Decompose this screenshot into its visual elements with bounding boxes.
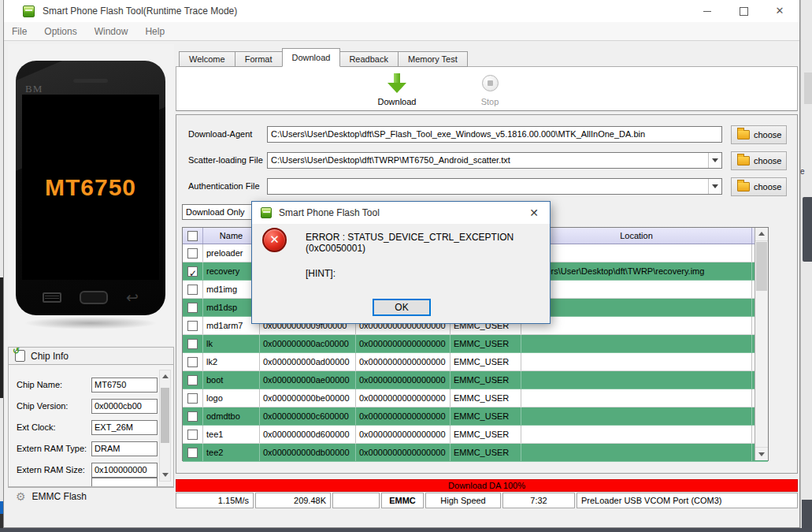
minimize-button[interactable]: [702, 6, 713, 17]
table-row[interactable]: odmdtbo0x000000000c6000000x0000000000000…: [183, 407, 768, 426]
cell-location: [521, 244, 752, 262]
cell-name: logo: [203, 389, 260, 407]
chip-field-value[interactable]: EXT_26M: [91, 420, 158, 435]
row-checkbox-cell[interactable]: [183, 389, 203, 407]
scroll-up-button[interactable]: [755, 228, 768, 241]
choose-button[interactable]: choose: [731, 125, 787, 144]
chip-field-value[interactable]: MT6750: [91, 378, 158, 392]
row-checkbox[interactable]: [187, 430, 198, 440]
row-checkbox[interactable]: [187, 303, 198, 313]
row-checkbox-cell[interactable]: [183, 262, 203, 280]
chip-info-field: Extern RAM Size:0x100000000: [9, 463, 173, 478]
chip-info-field: Extern RAM Type:DRAM: [9, 441, 173, 456]
table-row[interactable]: boot0x000000000ae000000x0000000000000000…: [183, 371, 768, 389]
title-bar: Smart Phone Flash Tool(Runtime Trace Mod…: [4, 0, 799, 22]
status-cell: 1.15M/s: [176, 493, 254, 508]
chip-info-header[interactable]: Chip Info: [8, 347, 174, 365]
cell-end-address: 0x0000000000000000: [356, 407, 450, 425]
menu-item-help[interactable]: Help: [145, 26, 165, 37]
chip-field-value[interactable]: 0x0000cb00: [91, 399, 158, 414]
row-checkbox[interactable]: [187, 411, 198, 422]
background-scrollbar-fragment: [803, 197, 812, 262]
select-all-checkbox-cell[interactable]: [183, 228, 203, 244]
chip-field-value[interactable]: 0x100000000: [91, 463, 158, 478]
cell-location: [521, 407, 752, 425]
flash-type-label: EMMC Flash: [32, 491, 87, 502]
tab-format[interactable]: Format: [235, 51, 283, 67]
progress-text: Download DA 100%: [448, 481, 525, 490]
file-combo-input[interactable]: C:\Users\User\Desktop\dft\TWRP\MT6750_An…: [267, 152, 722, 169]
tab-memory-test[interactable]: Memory Test: [399, 51, 468, 67]
chip-field-label: Extern RAM Size:: [17, 465, 85, 474]
flash-type-row[interactable]: ⚙ EMMC Flash: [8, 487, 174, 504]
cell-location: C:\Users\User\Desktop\dft\TWRP\recovery.…: [521, 262, 752, 280]
table-row[interactable]: lk20x000000000ad000000x0000000000000000E…: [183, 353, 768, 371]
download-mode-value: Download Only: [186, 207, 245, 217]
row-checkbox-cell[interactable]: [183, 335, 203, 352]
table-scrollbar[interactable]: [755, 228, 768, 460]
file-combo-input[interactable]: [267, 178, 722, 195]
row-checkbox-cell[interactable]: [183, 244, 203, 262]
cell-begin-address: 0x000000000d600000: [260, 426, 356, 443]
table-row[interactable]: tee10x000000000d6000000x0000000000000000…: [183, 426, 768, 444]
row-checkbox[interactable]: [187, 266, 198, 277]
row-checkbox[interactable]: [187, 393, 198, 404]
action-toolbar: Download Stop: [176, 66, 798, 111]
choose-button[interactable]: choose: [731, 177, 787, 196]
gear-icon: ⚙: [16, 491, 26, 502]
file-text-input[interactable]: C:\Users\User\Desktop\dft\SP_Flash_Tool_…: [267, 126, 722, 143]
chip-info-field: Chip Name:MT6750: [9, 378, 173, 392]
chevron-down-icon[interactable]: [708, 179, 721, 194]
cell-location: [521, 281, 752, 298]
row-checkbox-cell[interactable]: [183, 299, 203, 316]
desktop: e Smart Phone Flash Tool(Runtime Trace M…: [0, 0, 812, 532]
cell-location: [521, 299, 752, 316]
tab-readback[interactable]: Readback: [339, 51, 399, 67]
row-checkbox[interactable]: [187, 285, 198, 295]
file-field-row: Download-AgentC:\Users\User\Desktop\dft\…: [176, 125, 797, 144]
phone-menu-icon: [43, 292, 61, 303]
cell-name: odmdtbo: [203, 407, 260, 425]
row-checkbox[interactable]: [187, 448, 198, 458]
table-row[interactable]: lk0x000000000ac000000x0000000000000000EM…: [183, 335, 768, 353]
cell-location: [521, 426, 752, 443]
row-checkbox[interactable]: [187, 321, 198, 331]
table-row[interactable]: tee20x000000000db000000x0000000000000000…: [183, 444, 768, 462]
chevron-down-icon[interactable]: [708, 153, 721, 168]
tab-download[interactable]: Download: [282, 48, 341, 67]
close-icon[interactable]: ✕: [518, 206, 550, 219]
close-icon[interactable]: ✕: [774, 6, 785, 17]
choose-button[interactable]: choose: [731, 151, 787, 170]
chip-field-value[interactable]: DRAM: [91, 441, 158, 456]
tab-welcome[interactable]: Welcome: [179, 51, 235, 67]
ok-button[interactable]: OK: [373, 299, 431, 316]
file-field-label: Scatter-loading File: [188, 155, 263, 165]
row-checkbox-cell[interactable]: [183, 317, 203, 334]
table-row[interactable]: logo0x000000000be000000x0000000000000000…: [183, 389, 768, 407]
row-checkbox[interactable]: [187, 248, 198, 259]
file-field-row: Authentication Filechoose: [176, 177, 797, 196]
row-checkbox[interactable]: [187, 375, 198, 385]
row-checkbox[interactable]: [187, 357, 198, 367]
row-checkbox-cell[interactable]: [183, 281, 203, 298]
scrollbar-thumb[interactable]: [756, 242, 767, 291]
menu-item-window[interactable]: Window: [95, 26, 128, 37]
cell-region: EMMC_USER: [450, 426, 521, 443]
chip-field-label: Chip Name:: [17, 380, 62, 389]
menu-item-options[interactable]: Options: [44, 26, 76, 37]
row-checkbox-cell[interactable]: [183, 353, 203, 370]
row-checkbox-cell[interactable]: [183, 444, 203, 461]
row-checkbox-cell[interactable]: [183, 407, 203, 425]
select-all-checkbox[interactable]: [187, 231, 198, 241]
row-checkbox[interactable]: [187, 339, 198, 349]
download-button[interactable]: Download: [361, 72, 433, 109]
row-checkbox-cell[interactable]: [183, 426, 203, 443]
cell-end-address: 0x0000000000000000: [356, 335, 450, 352]
menu-item-file[interactable]: File: [12, 26, 27, 37]
stop-button[interactable]: Stop: [454, 72, 526, 109]
error-message: ERROR : STATUS_DEVICE_CTRL_EXCEPTION (0x…: [306, 232, 550, 254]
phone-preview: BM MT6750 ↩: [8, 44, 174, 345]
scroll-down-button[interactable]: [755, 447, 768, 460]
row-checkbox-cell[interactable]: [183, 371, 203, 389]
maximize-button[interactable]: [738, 6, 749, 17]
